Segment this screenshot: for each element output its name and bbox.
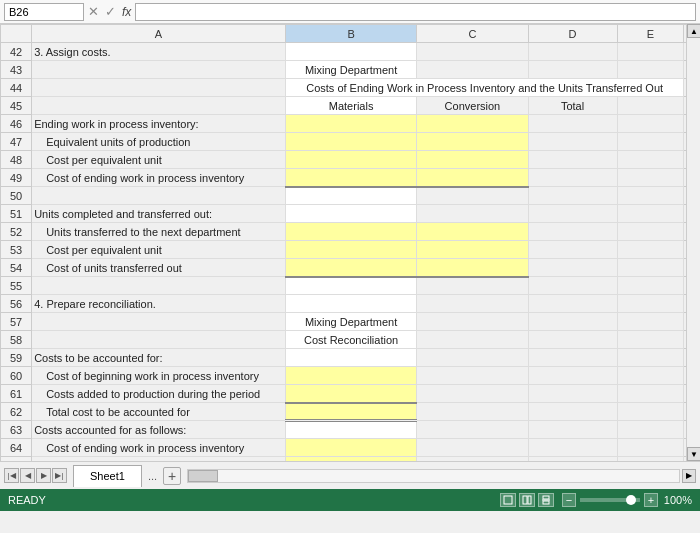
cell-52-a[interactable]: Units transferred to the next department	[32, 223, 286, 241]
cell-58-a[interactable]	[32, 331, 286, 349]
cell-59-d[interactable]	[528, 349, 617, 367]
cell-54-e[interactable]	[617, 259, 684, 277]
cell-45-b[interactable]: Materials	[285, 97, 416, 115]
cell-45-c[interactable]: Conversion	[417, 97, 528, 115]
cell-64-d[interactable]	[528, 439, 617, 457]
cell-52-c[interactable]	[417, 223, 528, 241]
cell-51-c[interactable]	[417, 205, 528, 223]
add-sheet-button[interactable]: +	[163, 467, 181, 485]
fx-icon[interactable]: fx	[122, 5, 131, 19]
cell-42-a[interactable]: 3. Assign costs.	[32, 43, 286, 61]
cell-43-d[interactable]	[528, 61, 617, 79]
cell-49-d[interactable]	[528, 169, 617, 187]
cell-57-c[interactable]	[417, 313, 528, 331]
cell-57-d[interactable]	[528, 313, 617, 331]
cell-64-c[interactable]	[417, 439, 528, 457]
cell-60-c[interactable]	[417, 367, 528, 385]
scroll-thumb[interactable]	[188, 470, 218, 482]
cell-56-e[interactable]	[617, 295, 684, 313]
page-layout-button[interactable]	[519, 493, 535, 507]
cell-58-c[interactable]	[417, 331, 528, 349]
cell-60-e[interactable]	[617, 367, 684, 385]
confirm-icon[interactable]: ✓	[105, 4, 116, 19]
cell-63-d[interactable]	[528, 421, 617, 439]
formula-input[interactable]	[135, 3, 696, 21]
name-box[interactable]: B26	[4, 3, 84, 21]
cell-64-a[interactable]: Cost of ending work in process inventory	[32, 439, 286, 457]
cell-55-e[interactable]	[617, 277, 684, 295]
page-break-button[interactable]	[538, 493, 554, 507]
cell-62-b[interactable]	[285, 403, 416, 421]
cell-65-b[interactable]	[285, 457, 416, 462]
cell-48-c[interactable]	[417, 151, 528, 169]
horizontal-scrollbar[interactable]	[187, 469, 680, 483]
cell-45-d[interactable]: Total	[528, 97, 617, 115]
zoom-slider-track[interactable]	[580, 498, 640, 502]
cancel-icon[interactable]: ✕	[88, 4, 99, 19]
normal-view-button[interactable]	[500, 493, 516, 507]
cell-59-a[interactable]: Costs to be accounted for:	[32, 349, 286, 367]
cell-45-e[interactable]	[617, 97, 684, 115]
cell-55-b[interactable]	[285, 277, 416, 295]
cell-64-b[interactable]	[285, 439, 416, 457]
cell-61-e[interactable]	[617, 385, 684, 403]
cell-53-e[interactable]	[617, 241, 684, 259]
cell-61-c[interactable]	[417, 385, 528, 403]
cell-47-d[interactable]	[528, 133, 617, 151]
cell-49-b[interactable]	[285, 169, 416, 187]
cell-59-c[interactable]	[417, 349, 528, 367]
cell-50-a[interactable]	[32, 187, 286, 205]
cell-44-b[interactable]: Costs of Ending Work in Process Inventor…	[285, 79, 683, 97]
cell-57-b[interactable]: Mixing Department	[285, 313, 416, 331]
cell-65-c[interactable]	[417, 457, 528, 462]
col-header-b[interactable]: B	[285, 25, 416, 43]
cell-47-a[interactable]: Equivalent units of production	[32, 133, 286, 151]
cell-65-a[interactable]: Cost of units transferred out	[32, 457, 286, 462]
cell-46-d[interactable]	[528, 115, 617, 133]
tab-nav-last[interactable]: ▶|	[52, 468, 67, 483]
cell-49-a[interactable]: Cost of ending work in process inventory	[32, 169, 286, 187]
cell-56-c[interactable]	[417, 295, 528, 313]
cell-48-e[interactable]	[617, 151, 684, 169]
cell-44-a[interactable]	[32, 79, 286, 97]
cell-51-a[interactable]: Units completed and transferred out:	[32, 205, 286, 223]
cell-55-c[interactable]	[417, 277, 528, 295]
cell-49-e[interactable]	[617, 169, 684, 187]
cell-62-a[interactable]: Total cost to be accounted for	[32, 403, 286, 421]
sheet-tab-sheet1[interactable]: Sheet1	[73, 465, 142, 487]
cell-46-c[interactable]	[417, 115, 528, 133]
cell-59-b[interactable]	[285, 349, 416, 367]
cell-56-a[interactable]: 4. Prepare reconciliation.	[32, 295, 286, 313]
cell-65-e[interactable]	[617, 457, 684, 462]
cell-48-d[interactable]	[528, 151, 617, 169]
scroll-down-button[interactable]: ▼	[687, 447, 700, 461]
cell-58-b[interactable]: Cost Reconciliation	[285, 331, 416, 349]
cell-57-a[interactable]	[32, 313, 286, 331]
cell-54-a[interactable]: Cost of units transferred out	[32, 259, 286, 277]
cell-65-d[interactable]	[528, 457, 617, 462]
cell-53-d[interactable]	[528, 241, 617, 259]
cell-58-d[interactable]	[528, 331, 617, 349]
col-header-c[interactable]: C	[417, 25, 528, 43]
tab-nav-next[interactable]: ▶	[36, 468, 51, 483]
cell-60-a[interactable]: Cost of beginning work in process invent…	[32, 367, 286, 385]
cell-48-a[interactable]: Cost per equivalent unit	[32, 151, 286, 169]
cell-43-e[interactable]	[617, 61, 684, 79]
cell-59-e[interactable]	[617, 349, 684, 367]
cell-46-a[interactable]: Ending work in process inventory:	[32, 115, 286, 133]
cell-53-a[interactable]: Cost per equivalent unit	[32, 241, 286, 259]
cell-56-b[interactable]	[285, 295, 416, 313]
cell-63-a[interactable]: Costs accounted for as follows:	[32, 421, 286, 439]
cell-61-b[interactable]	[285, 385, 416, 403]
cell-50-d[interactable]	[528, 187, 617, 205]
cell-54-b[interactable]	[285, 259, 416, 277]
cell-47-e[interactable]	[617, 133, 684, 151]
cell-61-a[interactable]: Costs added to production during the per…	[32, 385, 286, 403]
cell-47-b[interactable]	[285, 133, 416, 151]
cell-52-b[interactable]	[285, 223, 416, 241]
cell-49-c[interactable]	[417, 169, 528, 187]
scroll-right-button[interactable]: ▶	[682, 469, 696, 483]
cell-50-e[interactable]	[617, 187, 684, 205]
cell-51-b[interactable]	[285, 205, 416, 223]
zoom-in-button[interactable]: +	[644, 493, 658, 507]
